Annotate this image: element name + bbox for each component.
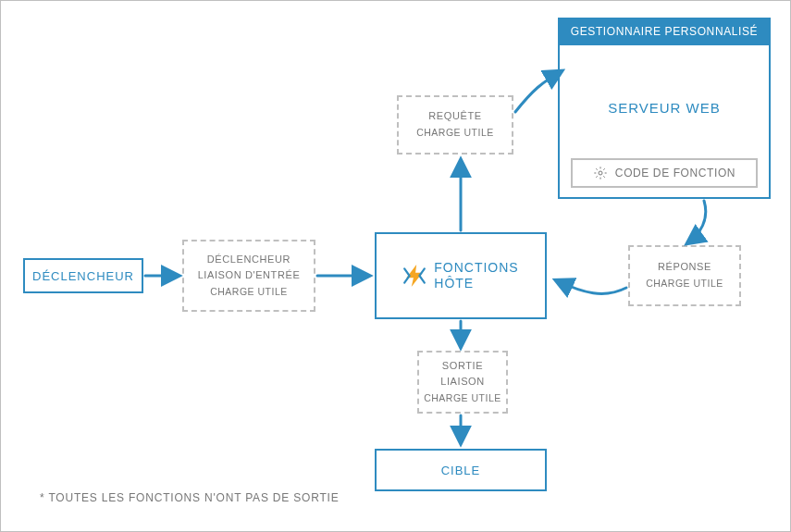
target-box: CIBLE bbox=[375, 449, 547, 491]
functions-host-box: FONCTIONS HÔTE bbox=[375, 232, 547, 319]
arrow-request-to-server bbox=[515, 71, 562, 112]
custom-handler-header-label: GESTIONNAIRE PERSONNALISÉ bbox=[571, 25, 758, 38]
function-code-label: CODE DE FONCTION bbox=[615, 167, 735, 179]
custom-handler-body: SERVEUR WEB CODE DE FONCTION bbox=[558, 45, 771, 199]
response-text: RÉPONSE CHARGE UTILE bbox=[646, 259, 723, 291]
target-label: CIBLE bbox=[441, 464, 481, 477]
trigger-binding-box: DÉCLENCHEUR LIAISON D'ENTRÉE CHARGE UTIL… bbox=[182, 240, 315, 312]
output-binding-box: SORTIE LIAISON CHARGE UTILE bbox=[417, 351, 508, 414]
function-code-row: CODE DE FONCTION bbox=[571, 158, 758, 188]
diagram-frame: DÉCLENCHEUR DÉCLENCHEUR LIAISON D'ENTRÉE… bbox=[0, 0, 791, 532]
lightning-icon bbox=[402, 264, 426, 288]
web-server-label: SERVEUR WEB bbox=[608, 100, 721, 116]
request-text: REQUÊTE CHARGE UTILE bbox=[416, 108, 494, 141]
arrow-server-to-response bbox=[687, 201, 706, 243]
trigger-binding-text: DÉCLENCHEUR LIAISON D'ENTRÉE CHARGE UTIL… bbox=[198, 252, 301, 301]
trigger-box: DÉCLENCHEUR bbox=[23, 258, 143, 293]
output-binding-text: SORTIE LIAISON CHARGE UTILE bbox=[424, 358, 501, 407]
request-box: REQUÊTE CHARGE UTILE bbox=[397, 95, 513, 155]
trigger-label: DÉCLENCHEUR bbox=[32, 269, 134, 283]
arrow-response-to-host bbox=[556, 280, 626, 293]
footnote: * TOUTES LES FONCTIONS N'ONT PAS DE SORT… bbox=[40, 491, 340, 504]
response-box: RÉPONSE CHARGE UTILE bbox=[628, 245, 741, 306]
custom-handler-header: GESTIONNAIRE PERSONNALISÉ bbox=[558, 18, 771, 45]
gear-icon bbox=[593, 166, 608, 180]
functions-host-content: FONCTIONS HÔTE bbox=[402, 260, 518, 292]
functions-host-text: FONCTIONS HÔTE bbox=[434, 260, 518, 292]
svg-point-1 bbox=[599, 171, 602, 175]
